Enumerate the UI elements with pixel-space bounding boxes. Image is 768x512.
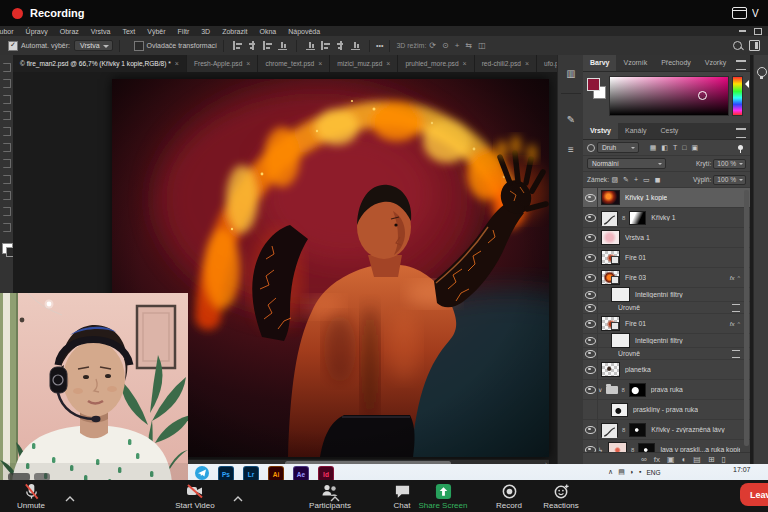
layer-row[interactable]: Vrstva 1 — [583, 228, 750, 248]
transform-controls-checkbox[interactable] — [134, 41, 144, 51]
pixel-layers-icon[interactable]: ▦ — [650, 144, 657, 152]
new-layer-icon[interactable]: ⊞ — [708, 455, 715, 465]
fill-value[interactable]: 100 % — [713, 175, 746, 185]
maximize-icon[interactable] — [754, 28, 762, 35]
smart-filter-fx-icon[interactable]: fx — [730, 275, 735, 281]
lock-move-icon[interactable]: + — [634, 176, 638, 184]
leave-meeting-button[interactable]: Leave — [740, 483, 768, 506]
collapse-filters-icon[interactable]: ^ — [737, 321, 740, 327]
foreground-color-swatch[interactable] — [587, 78, 600, 91]
tray-icon-2[interactable]: ◗ — [630, 468, 634, 476]
tab-vzorník[interactable]: Vzorník — [616, 55, 654, 71]
layer-row[interactable]: praskliny - prava ruka — [583, 400, 750, 420]
document-tab[interactable]: ufo.psd @ 1.× — [537, 55, 557, 72]
filter-blending-options-icon[interactable] — [732, 350, 740, 358]
menu-item-vrstva[interactable]: Vrstva — [85, 28, 117, 35]
layer-mask-thumbnail[interactable] — [611, 403, 628, 417]
tool-icon[interactable] — [3, 79, 11, 88]
align-left-icon[interactable] — [233, 41, 242, 50]
layer-mask-thumbnail[interactable] — [629, 211, 646, 225]
delete-layer-icon[interactable]: ▯ — [722, 455, 726, 465]
close-tab-icon[interactable]: × — [246, 60, 250, 67]
color-marker-icon[interactable] — [698, 91, 707, 100]
distribute-3-icon[interactable] — [336, 41, 345, 50]
tray-icon-3[interactable]: ▪ — [639, 468, 641, 476]
layer-row[interactable]: planetka — [583, 360, 750, 380]
visibility-toggle[interactable] — [583, 228, 598, 247]
layer-thumbnail[interactable] — [601, 316, 620, 331]
layers-scrollbar[interactable] — [744, 190, 749, 446]
tool-icon[interactable] — [3, 127, 11, 136]
lock-transparency-icon[interactable]: ▨ — [611, 176, 618, 184]
discover-lightbulb-icon[interactable] — [757, 67, 767, 77]
visibility-toggle[interactable] — [583, 380, 598, 399]
tray-icon-0[interactable]: ∧ — [608, 468, 613, 476]
visibility-toggle[interactable] — [583, 334, 598, 347]
visibility-toggle[interactable] — [583, 288, 598, 301]
tab-cesty[interactable]: Cesty — [653, 123, 685, 139]
visibility-toggle[interactable] — [583, 188, 598, 207]
visibility-toggle[interactable] — [583, 248, 598, 267]
layer-thumbnail[interactable] — [601, 362, 620, 377]
filter-toggle-icon[interactable] — [738, 145, 743, 150]
workspace-switcher-icon[interactable] — [749, 40, 760, 51]
tab-kanály[interactable]: Kanály — [618, 123, 653, 139]
distribute-2-icon[interactable] — [321, 41, 330, 50]
reactions-button[interactable]: Reactions — [516, 483, 606, 510]
close-tab-icon[interactable]: × — [386, 60, 390, 67]
shape-layers-icon[interactable]: □ — [682, 144, 686, 152]
tool-icon[interactable] — [3, 111, 11, 120]
layer-row[interactable]: Fire 01fx^ — [583, 314, 750, 334]
auto-select-checkbox[interactable] — [8, 41, 18, 51]
saturation-brightness-field[interactable] — [609, 76, 729, 116]
system-clock[interactable]: 17:07 — [733, 466, 751, 473]
tool-icon[interactable] — [3, 223, 11, 232]
smart-filter-fx-icon[interactable]: fx — [730, 321, 735, 327]
search-icon[interactable] — [733, 41, 742, 50]
layer-row[interactable]: Křivky 1 kopie — [583, 188, 750, 208]
brush-settings-icon[interactable]: ✎ — [563, 113, 579, 127]
webcam-video-overlay[interactable] — [0, 293, 188, 482]
layer-row[interactable]: Inteligentní filtry — [583, 334, 750, 348]
layer-row[interactable]: Úrovně — [583, 348, 750, 360]
lock-artboard-icon[interactable]: ▭ — [643, 176, 650, 184]
document-tab[interactable]: © fire_man2.psd @ 66,7% (Křivky 1 kopie,… — [13, 55, 187, 72]
chevron-up-icon[interactable] — [330, 488, 340, 494]
lock-all-icon[interactable]: ◼ — [655, 176, 661, 184]
new-group-icon[interactable]: ▤ — [693, 455, 701, 465]
menu-item-zobrazit[interactable]: Zobrazit — [216, 28, 253, 35]
camera-3d-icon[interactable]: ◫ — [478, 41, 486, 50]
start-video-button[interactable]: Start Video — [150, 483, 240, 510]
visibility-toggle[interactable] — [583, 440, 598, 452]
more-options-icon[interactable]: ••• — [376, 42, 383, 49]
layer-row[interactable]: 8Křivky 1 — [583, 208, 750, 228]
layer-thumbnail[interactable] — [601, 230, 620, 245]
layer-mask-thumbnail[interactable] — [629, 383, 646, 397]
layer-thumbnail[interactable] — [611, 333, 630, 348]
visibility-toggle[interactable] — [583, 268, 598, 287]
slide-3d-icon[interactable]: ⇆ — [465, 41, 472, 50]
adjustment-layers-icon[interactable]: ◧ — [661, 144, 668, 152]
menu-item-3d[interactable]: 3D — [195, 28, 216, 35]
group-expand-icon[interactable]: ∨ — [598, 386, 602, 393]
tray-icon-1[interactable]: ▤ — [618, 468, 625, 476]
minimize-icon[interactable] — [739, 30, 746, 32]
blend-mode-dropdown[interactable]: Normální — [587, 158, 666, 169]
language-indicator[interactable]: ENG — [646, 469, 660, 476]
visibility-toggle[interactable] — [583, 314, 598, 333]
document-tab[interactable]: red-chili2.psd× — [475, 55, 537, 72]
view-label[interactable]: V — [752, 8, 766, 19]
menu-item-okna[interactable]: Okna — [253, 28, 282, 35]
distribute-4-icon[interactable] — [351, 41, 360, 50]
tab-vrstvy[interactable]: Vrstvy — [583, 123, 618, 139]
document-tab[interactable]: mizici_muz.psd× — [330, 55, 398, 72]
tab-vzorky[interactable]: Vzorky — [698, 55, 733, 71]
tab-přechody[interactable]: Přechody — [654, 55, 698, 71]
layer-row[interactable]: Úrovně — [583, 302, 750, 314]
menu-item-soubor[interactable]: Soubor — [0, 28, 20, 35]
visibility-toggle[interactable] — [583, 208, 598, 227]
fg-bg-swatch-icon[interactable] — [2, 243, 13, 254]
auto-select-dropdown[interactable]: Vrstva — [74, 40, 113, 51]
visibility-toggle[interactable] — [583, 400, 598, 419]
layer-thumbnail[interactable] — [601, 250, 620, 265]
